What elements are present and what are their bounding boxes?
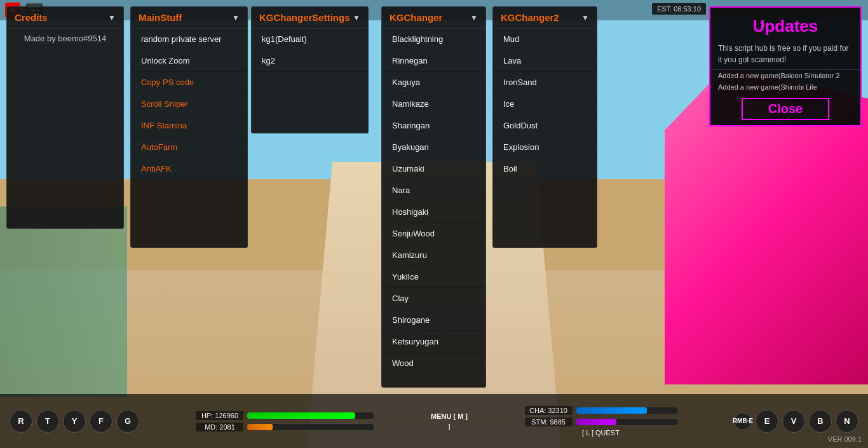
cha-label: CHA: 32310	[525, 406, 573, 415]
hotkey-g[interactable]: G	[116, 410, 139, 433]
kgchanger-item-kaguya[interactable]: Kaguya	[382, 72, 485, 93]
hotkey-b[interactable]: B	[809, 410, 832, 433]
kgchanger-item-shirogane[interactable]: Shirogane	[382, 309, 485, 331]
kgchanger2-panel: KGChanger2 ▼ Mud Lava IronSand Ice GoldD…	[492, 6, 597, 248]
mainstuff-header[interactable]: MainStuff ▼	[131, 7, 247, 29]
kgchanger-item-nara[interactable]: Nara	[382, 180, 485, 201]
kgchanger-item-ketsuryugan[interactable]: Ketsuryugan	[382, 331, 485, 353]
center-hud: MENU [ M ] ]	[431, 412, 468, 430]
updates-header-bar	[710, 8, 860, 13]
est-timer: EST: 08:53:10	[652, 3, 706, 15]
kgchanger-item-namikaze[interactable]: Namikaze	[382, 93, 485, 115]
left-stats: HP: 126960 MD: 2081	[196, 411, 374, 431]
kgchanger-item-yukiice[interactable]: YukiIce	[382, 266, 485, 288]
cha-bar-fill	[576, 407, 647, 414]
right-stats: CHA: 32310 STM: 9885 [ L ] QUEST	[525, 406, 677, 437]
mainstuff-item-inf-stamina[interactable]: INF Stamina	[131, 115, 247, 137]
kgchanger2-title: KGChanger2	[501, 12, 559, 23]
mainstuff-item-random-private-server[interactable]: random private server	[131, 29, 247, 50]
md-label: MD: 2081	[196, 423, 243, 431]
updates-title: Updates	[710, 13, 860, 40]
kgchanger-arrow: ▼	[470, 13, 478, 22]
kgchanger-panel: KGChanger ▼ Blacklightning Rinnegan Kagu…	[381, 6, 486, 388]
kgchanger2-item-ironsand[interactable]: IronSand	[493, 72, 597, 93]
credits-title: Credits	[15, 12, 48, 23]
hotkey-e[interactable]: E	[756, 410, 778, 433]
hotkey-rmbe[interactable]: RMB·E	[734, 412, 752, 430]
stm-bar-fill	[576, 419, 617, 425]
kgchanger-item-kamizuru[interactable]: Kamizuru	[382, 245, 485, 266]
kgchanger2-item-explosion[interactable]: Explosion	[493, 137, 597, 158]
hp-bar-bg	[247, 412, 374, 419]
mainstuff-panel: MainStuff ▼ random private server Unlock…	[130, 6, 248, 248]
bracket-label: ]	[448, 423, 450, 430]
hotkey-v[interactable]: V	[782, 410, 805, 433]
credits-panel: Credits ▼ Made by beemo#9514	[6, 6, 124, 229]
hotkey-n[interactable]: N	[836, 410, 858, 433]
mainstuff-title: MainStuff	[139, 12, 182, 23]
hotkeys-left: R T Y F G	[10, 410, 139, 433]
kgchanger-list: Blacklightning Rinnegan Kaguya Namikaze …	[382, 29, 485, 374]
updates-added2: Added a new game(Shinobi Life	[710, 81, 860, 93]
kgchangersettings-header[interactable]: KGChangerSettings ▼	[252, 7, 368, 29]
kgchanger-title: KGChanger	[390, 12, 442, 23]
hotkey-t[interactable]: T	[36, 410, 59, 433]
updates-added1: Added a new game(Baloon Simulator 2	[710, 70, 860, 81]
kgchanger-item-sharingan[interactable]: Sharingan	[382, 115, 485, 137]
hp-bar-fill	[247, 412, 355, 419]
kgchanger2-item-ice[interactable]: Ice	[493, 93, 597, 115]
kgchangersettings-item-kg1[interactable]: kg1(Defualt)	[252, 29, 368, 50]
menu-label: MENU [ M ]	[431, 412, 468, 420]
kgchangersettings-panel: KGChangerSettings ▼ kg1(Defualt) kg2	[251, 6, 369, 133]
mainstuff-arrow: ▼	[232, 13, 240, 22]
kgchanger-item-senjuwood[interactable]: SenjuWood	[382, 223, 485, 245]
hotkey-y[interactable]: Y	[63, 410, 86, 433]
kgchangersettings-arrow: ▼	[353, 13, 360, 22]
updates-close-button[interactable]: Close	[742, 98, 829, 120]
stm-row: STM: 9885	[525, 417, 677, 426]
kgchanger-item-blacklightning[interactable]: Blacklightning	[382, 29, 485, 50]
md-bar-bg	[247, 424, 374, 430]
mainstuff-item-antiafk[interactable]: AntiAFK	[131, 158, 247, 180]
quest-label: [ L ] QUEST	[525, 429, 677, 437]
kgchanger-header[interactable]: KGChanger ▼	[382, 7, 485, 29]
kgchanger2-item-golddust[interactable]: GoldDust	[493, 115, 597, 137]
mainstuff-item-autofarm[interactable]: AutoFarm	[131, 137, 247, 158]
kgchanger-item-uzumaki[interactable]: Uzumaki	[382, 158, 485, 180]
md-bar-fill	[247, 424, 273, 430]
md-row: MD: 2081	[196, 423, 374, 431]
mainstuff-item-copy-ps-code[interactable]: Copy PS code	[131, 72, 247, 93]
kgchanger2-item-lava[interactable]: Lava	[493, 50, 597, 72]
credits-header[interactable]: Credits ▼	[7, 7, 123, 29]
kgchanger-item-clay[interactable]: Clay	[382, 288, 485, 309]
hp-label: HP: 126960	[196, 411, 243, 420]
kgchanger-item-wood[interactable]: Wood	[382, 353, 485, 374]
stm-bar-bg	[576, 419, 677, 425]
kgchanger-item-rinnegan[interactable]: Rinnegan	[382, 50, 485, 72]
kgchanger-item-hoshigaki[interactable]: Hoshigaki	[382, 201, 485, 223]
mainstuff-item-unlock-zoom[interactable]: Unlock Zoom	[131, 50, 247, 72]
credits-arrow: ▼	[108, 13, 116, 22]
updates-text: This script hub is free so if you paid f…	[710, 40, 860, 70]
hotkeys-right: RMB·E E V B N	[734, 410, 858, 433]
kgchangersettings-item-kg2[interactable]: kg2	[252, 50, 368, 72]
stm-label: STM: 9885	[525, 417, 573, 426]
hotkey-f[interactable]: F	[90, 410, 112, 433]
kgchanger2-item-boil[interactable]: Boil	[493, 158, 597, 180]
left-structure	[0, 207, 127, 397]
cha-bar-bg	[576, 407, 677, 414]
kgchanger2-item-mud[interactable]: Mud	[493, 29, 597, 50]
cha-row: CHA: 32310	[525, 406, 677, 415]
kgchanger-item-byakugan[interactable]: Byakugan	[382, 137, 485, 158]
credits-author: Made by beemo#9514	[7, 29, 123, 48]
kgchanger2-header[interactable]: KGChanger2 ▼	[493, 7, 597, 29]
updates-panel: Updates This script hub is free so if yo…	[709, 6, 862, 126]
mainstuff-item-scroll-sniper[interactable]: Scroll Sniper	[131, 93, 247, 115]
kgchanger2-arrow: ▼	[581, 13, 589, 22]
hp-row: HP: 126960	[196, 411, 374, 420]
version-label: VER 009.1	[828, 435, 862, 443]
kgchangersettings-title: KGChangerSettings	[259, 12, 350, 23]
bottom-hud: R T Y F G HP: 126960 MD: 2081 MENU [ M ]…	[0, 394, 868, 448]
hotkey-r[interactable]: R	[10, 410, 32, 433]
